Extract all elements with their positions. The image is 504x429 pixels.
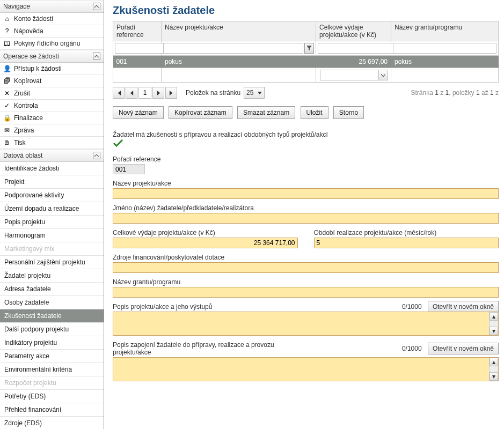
nav-konto[interactable]: ⌂Konto žádostí — [0, 13, 104, 25]
op-message[interactable]: ✉Zpráva — [0, 124, 104, 137]
op-icon: 🔒 — [3, 114, 11, 122]
storno-button[interactable]: Storno — [333, 106, 364, 119]
ref-field[interactable] — [113, 164, 145, 174]
nav-header[interactable]: Navigace — [0, 0, 104, 13]
ops-header[interactable]: Operace se žádostí — [0, 50, 104, 63]
new-button[interactable]: Nový záznam — [113, 106, 164, 119]
desc2-counter: 0/1000 — [402, 345, 422, 352]
data-harmon[interactable]: Harmonogram — [0, 229, 104, 242]
data-param[interactable]: Parametry akce — [0, 350, 104, 363]
sources-field[interactable] — [113, 262, 499, 273]
op-icon: 👤 — [3, 65, 11, 72]
copy-button[interactable]: Kopírovat záznam — [169, 106, 232, 119]
pager-page-input[interactable] — [138, 87, 151, 99]
data-aktivity[interactable]: Podporované aktivity — [0, 189, 104, 202]
nav-pokyny[interactable]: 🕮Pokyny řídícího orgánu — [0, 38, 104, 50]
scroll-down-icon[interactable]: ▾ — [490, 327, 498, 335]
pager-prev-button[interactable] — [126, 87, 137, 99]
sources-label: Zdroje financování/poskytovatel dotace — [113, 254, 499, 261]
data-ident[interactable]: Identifikace žádosti — [0, 162, 104, 175]
experience-label: Žadatel má zkušenosti s přípravou a real… — [113, 131, 499, 138]
op-check[interactable]: ✓Kontrola — [0, 100, 104, 112]
applicant-field[interactable] — [113, 213, 499, 224]
open-window-button[interactable]: Otevřít v novém okně — [428, 343, 499, 354]
data-label: Identifikace žádosti — [4, 165, 59, 172]
op-access[interactable]: 👤Přístup k žádosti — [0, 63, 104, 75]
data-rozpocet: Rozpočet projektu — [0, 376, 104, 390]
data-label: Zdroje (EDS) — [4, 419, 42, 427]
scroll-up-icon[interactable]: ▴ — [490, 358, 498, 366]
chevron-up-icon[interactable] — [93, 53, 100, 60]
data-envir[interactable]: Environmentální kritéria — [0, 363, 104, 376]
period-field[interactable] — [314, 238, 499, 248]
op-print[interactable]: 🗎Tisk — [0, 137, 104, 149]
scrollbar[interactable]: ▴ ▾ — [489, 312, 498, 335]
op-label: Kontrola — [14, 102, 38, 109]
expenses-label: Celkové výdaje projektu/akce (v Kč) — [113, 229, 298, 236]
filter-icon[interactable] — [304, 43, 314, 54]
data-uzemi[interactable]: Území dopadu a realizace — [0, 202, 104, 216]
data-zadatel[interactable]: Žadatel projektu — [0, 269, 104, 283]
filter-expenses[interactable] — [318, 43, 403, 54]
data-label: Rozpočet projektu — [4, 379, 56, 387]
op-cancel[interactable]: ✕Zrušit — [0, 87, 104, 100]
op-icon: ✕ — [3, 90, 11, 97]
per-page-select[interactable]: 25 — [244, 87, 265, 99]
data-zkusenosti[interactable]: Zkušenosti žadatele — [0, 309, 104, 323]
pager-last-button[interactable] — [165, 87, 177, 99]
data-projekt[interactable]: Projekt — [0, 175, 104, 189]
name-field[interactable] — [113, 188, 499, 199]
data-popis[interactable]: Popis projektu — [0, 216, 104, 229]
pager-next-button[interactable] — [152, 87, 164, 99]
nav-icon: 🕮 — [3, 40, 11, 47]
pager-first-button[interactable] — [113, 87, 125, 99]
data-podpory[interactable]: Další podpory projektu — [0, 323, 104, 336]
table-row[interactable]: 001 pokus 25 697,00 pokus — [113, 56, 499, 68]
chevron-up-icon[interactable] — [93, 152, 100, 159]
chevron-down-icon[interactable] — [378, 70, 388, 80]
data-label: Adresa žadatele — [4, 285, 51, 293]
data-zdroje[interactable]: Zdroje (EDS) — [0, 417, 104, 429]
col-name[interactable]: Název projektu/akce — [162, 21, 316, 41]
cell-ref: 001 — [113, 56, 162, 68]
chevron-up-icon[interactable] — [93, 3, 100, 10]
data-personal[interactable]: Personální zajištění projektu — [0, 256, 104, 269]
save-button[interactable]: Uložit — [301, 106, 328, 119]
nav-label: Pokyny řídícího orgánu — [14, 40, 80, 47]
data-marketing: Marketingový mix — [0, 242, 104, 256]
scrollbar[interactable]: ▴ ▾ — [489, 358, 498, 381]
data-indik[interactable]: Indikátory projektu — [0, 336, 104, 350]
desc2-field[interactable] — [113, 358, 488, 379]
op-copy[interactable]: 🗐Kopírovat — [0, 75, 104, 87]
filter-grant[interactable] — [393, 43, 496, 54]
data-potreby[interactable]: Potřeby (EDS) — [0, 390, 104, 403]
data-osoby[interactable]: Osoby žadatele — [0, 296, 104, 309]
data-financ[interactable]: Přehled financování — [0, 403, 104, 417]
data-label: Potřeby (EDS) — [4, 393, 46, 400]
desc1-field[interactable] — [113, 312, 488, 334]
summary-input[interactable] — [320, 70, 379, 80]
data-label: Indikátory projektu — [4, 339, 57, 346]
col-expenses[interactable]: Celkové výdaje projektu/akce (v Kč) — [316, 21, 391, 41]
applicant-label: Jméno (název) žadatele/předkladatele/rea… — [113, 204, 499, 212]
check-icon — [113, 139, 129, 150]
scroll-up-icon[interactable]: ▴ — [490, 312, 498, 321]
data-label: Podporované aktivity — [4, 191, 64, 199]
open-window-button[interactable]: Otevřít v novém okně — [428, 301, 499, 313]
op-finalize[interactable]: 🔒Finalizace — [0, 112, 104, 124]
expenses-field[interactable] — [113, 238, 298, 248]
period-label: Období realizace projektu/akce (měsíc/ro… — [314, 229, 499, 236]
data-adresa[interactable]: Adresa žadatele — [0, 283, 104, 296]
col-grant[interactable]: Název grantu/programu — [391, 21, 499, 41]
desc1-counter: 0/1000 — [402, 303, 422, 310]
nav-help[interactable]: ?Nápověda — [0, 25, 104, 38]
scroll-down-icon[interactable]: ▾ — [490, 372, 498, 381]
grant-field[interactable] — [113, 287, 499, 298]
op-icon: ✓ — [3, 102, 11, 109]
data-header[interactable]: Datová oblast — [0, 149, 104, 162]
delete-button[interactable]: Smazat záznam — [237, 106, 295, 119]
nav-label: Nápověda — [14, 27, 43, 35]
cell-name: pokus — [162, 56, 316, 68]
filter-name[interactable] — [163, 43, 303, 54]
col-ref[interactable]: Pořadí reference — [113, 21, 162, 41]
